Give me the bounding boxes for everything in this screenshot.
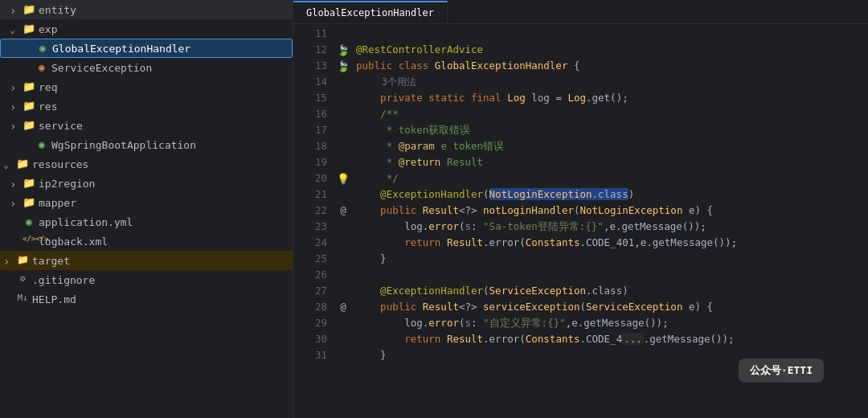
file-icon: ⚙ xyxy=(16,273,29,286)
sidebar-item-gitignore[interactable]: ⚙ .gitignore xyxy=(0,270,293,289)
sidebar-item-label: target xyxy=(32,255,70,267)
folder-icon xyxy=(23,23,35,35)
sidebar-item-label: resources xyxy=(32,158,88,170)
code-line-27: @ExceptionHandler(ServiceException.class… xyxy=(353,283,868,299)
code-line-24: return Result.error(Constants.CODE_401,e… xyxy=(353,235,868,251)
gutter-line: 💡 xyxy=(334,170,353,186)
sidebar-item-res[interactable]: res xyxy=(0,96,293,116)
spacer xyxy=(23,62,34,73)
code-editor: GlobalExceptionHandler 11 12 13 14 15 16… xyxy=(293,0,868,418)
gutter-line xyxy=(334,186,353,203)
code-line-28: public Result<?> serviceException(Servic… xyxy=(353,299,868,315)
gutter-line xyxy=(334,235,353,251)
sidebar-item-entity[interactable]: entity xyxy=(0,0,293,19)
gutter-line: @ xyxy=(334,299,353,315)
gutter-line xyxy=(334,106,353,122)
sidebar-item-WgSpringBootApplication[interactable]: WgSpringBootApplication xyxy=(0,135,293,154)
gutter-line: 🍃 xyxy=(334,42,353,58)
sidebar-item-label: exp xyxy=(39,23,57,35)
sidebar-item-label: ServiceException xyxy=(51,62,152,74)
sidebar-item-label: GlobalExceptionHandler xyxy=(52,43,190,55)
code-line-26 xyxy=(353,267,868,283)
gutter-line xyxy=(334,74,353,90)
folder-icon xyxy=(23,80,35,93)
code-line-31: } xyxy=(353,347,868,363)
gutter-line: 🍃 xyxy=(334,58,353,74)
sidebar-item-label: mapper xyxy=(39,197,76,209)
gutter-line xyxy=(334,283,353,299)
chevron-down-icon xyxy=(10,23,21,35)
file-tree: entity exp GlobalExceptionHandler Servic… xyxy=(0,0,293,418)
gutter: 🍃 🍃 💡 @ @ xyxy=(334,24,353,418)
sidebar-item-label: service xyxy=(39,120,83,132)
sidebar-item-GlobalExceptionHandler[interactable]: GlobalExceptionHandler xyxy=(0,39,293,58)
code-line-29: log.error(s: "自定义异常:{}",e.getMessage()); xyxy=(353,315,868,331)
gutter-line xyxy=(334,315,353,331)
spacer xyxy=(3,293,14,305)
sidebar-item-target[interactable]: 📁 target xyxy=(0,251,293,270)
spacer xyxy=(3,274,14,285)
editor-tab-bar: GlobalExceptionHandler xyxy=(293,0,868,24)
spacer xyxy=(10,236,21,247)
sidebar-item-exp[interactable]: exp xyxy=(0,19,293,39)
code-line-13: public class GlobalExceptionHandler { xyxy=(353,58,868,74)
gutter-line xyxy=(334,122,353,138)
gutter-line xyxy=(334,347,353,363)
chevron-right-icon xyxy=(10,81,21,92)
sidebar-item-service[interactable]: service xyxy=(0,116,293,135)
folder-icon xyxy=(23,100,35,113)
code-line-12: @RestControllerAdvice xyxy=(353,42,868,58)
code-line-22: public Result<?> notLoginHandler(NotLogi… xyxy=(353,203,868,219)
code-line-15: private static final Log log = Log.get()… xyxy=(353,90,868,106)
tab-label: GlobalExceptionHandler xyxy=(306,7,434,18)
gutter-line: @ xyxy=(334,203,353,219)
code-line-11 xyxy=(353,26,868,42)
sidebar-item-label: logback.xml xyxy=(39,236,108,248)
chevron-down-icon xyxy=(3,158,14,170)
sidebar-item-resources[interactable]: resources xyxy=(0,154,293,174)
sidebar-item-help-md[interactable]: M↓ HELP.md xyxy=(0,289,293,309)
sidebar-item-ServiceException[interactable]: ServiceException xyxy=(0,58,293,77)
sidebar-item-logback-xml[interactable]: </> logback.xml xyxy=(0,232,293,251)
spring-class-icon xyxy=(36,42,49,55)
code-line-20: */ xyxy=(353,170,868,186)
code-line-30: return Result.error(Constants.CODE_4....… xyxy=(353,331,868,347)
sidebar-item-req[interactable]: req xyxy=(0,77,293,96)
chevron-right-icon xyxy=(10,100,21,112)
gutter-line xyxy=(334,90,353,106)
code-line-18: * @param e token错误 xyxy=(353,138,868,154)
sidebar-item-label: .gitignore xyxy=(32,274,95,286)
code-lines: @RestControllerAdvice public class Globa… xyxy=(353,24,868,418)
gutter-line xyxy=(334,26,353,42)
code-line-21: @ExceptionHandler(NotLoginException.clas… xyxy=(353,186,868,203)
sidebar-item-label: entity xyxy=(39,4,76,16)
code-line-17: * token获取错误 xyxy=(353,122,868,138)
sidebar-item-mapper[interactable]: mapper xyxy=(0,193,293,212)
line-numbers: 11 12 13 14 15 16 17 18 19 20 21 22 23 2… xyxy=(293,24,334,418)
code-line-25: } xyxy=(353,251,868,267)
folder-icon xyxy=(16,158,29,170)
sidebar-item-application-yml[interactable]: application.yml xyxy=(0,212,293,232)
sidebar-item-label: ip2region xyxy=(39,178,95,190)
folder-icon xyxy=(23,3,35,16)
gutter-line xyxy=(334,251,353,267)
yaml-icon xyxy=(23,215,35,228)
folder-icon: 📁 xyxy=(16,254,29,267)
folder-icon xyxy=(23,196,35,209)
gutter-line xyxy=(334,219,353,235)
gutter-line xyxy=(334,154,353,170)
gutter-line xyxy=(334,267,353,283)
md-icon: M↓ xyxy=(16,293,29,305)
xml-icon: </> xyxy=(23,235,35,248)
sidebar-item-label: application.yml xyxy=(39,216,133,228)
folder-icon xyxy=(23,119,35,132)
spacer xyxy=(10,216,21,227)
sidebar-item-ip2region[interactable]: ip2region xyxy=(0,174,293,193)
chevron-right-icon xyxy=(10,197,21,208)
sidebar-item-label: HELP.md xyxy=(32,293,76,305)
code-line-23: log.error(s: "Sa-token登陆异常:{}",e.getMess… xyxy=(353,219,868,235)
sidebar-item-label: req xyxy=(39,81,57,93)
tab-GlobalExceptionHandler[interactable]: GlobalExceptionHandler xyxy=(293,1,448,23)
chevron-right-icon xyxy=(10,4,21,15)
spacer xyxy=(23,43,35,54)
